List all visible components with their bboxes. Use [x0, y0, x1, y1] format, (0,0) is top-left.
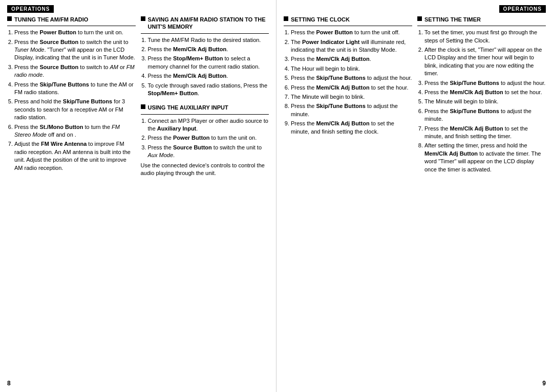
section-saving-divider: [141, 33, 269, 34]
list-item: Press the Power Button to turn the unit …: [148, 134, 269, 142]
left-page: OPERATIONS TUNING THE AM/FM RADIO Press …: [0, 0, 276, 392]
section-tuning-title: TUNING THE AM/FM RADIO: [7, 16, 136, 23]
section-auxiliary: USING THE AUXILIARY INPUT Connect an MP3…: [141, 104, 269, 177]
right-col-1: SETTING THE CLOCK Press the Power Button…: [284, 16, 412, 380]
section-auxiliary-square: [141, 104, 145, 109]
page-container: OPERATIONS TUNING THE AM/FM RADIO Press …: [0, 0, 553, 392]
list-item: The Minute will begin to blink.: [291, 93, 412, 101]
section-clock: SETTING THE CLOCK Press the Power Button…: [284, 16, 412, 137]
list-item: Press the Skip/Tune Buttons to adjust th…: [424, 107, 546, 123]
list-item: The Hour will begin to blink.: [291, 65, 412, 73]
list-item: Press the Mem/Clk Adj Button.: [148, 72, 269, 80]
list-item: Press the Source Button to switch the un…: [14, 38, 136, 62]
list-item: The Minute will begin to blink.: [424, 98, 546, 105]
list-item: Adjust the FM Wire Antenna to improve FM…: [14, 140, 136, 172]
list-item: Press the St./Mono Button to turn the FM…: [14, 123, 136, 139]
list-item: Press the Mem/Clk Adj Button to set the …: [424, 89, 546, 96]
right-header: OPERATIONS: [284, 5, 546, 13]
list-item: After setting the timer, press and hold …: [424, 142, 546, 173]
section-clock-title: SETTING THE CLOCK: [284, 16, 412, 23]
auxiliary-list: Connect an MP3 Player or other audio sou…: [141, 117, 269, 160]
section-clock-square: [284, 16, 288, 21]
list-item: To cycle through saved radio stations, P…: [148, 82, 269, 98]
list-item: Tune the AM/FM Radio to the desired stat…: [148, 36, 269, 44]
section-tuning-label: TUNING THE AM/FM RADIO: [14, 16, 88, 23]
list-item: Press the Mem/Clk Adj Button.: [148, 46, 269, 53]
section-auxiliary-label: USING THE AUXILIARY INPUT: [148, 104, 228, 111]
section-timer-square: [417, 16, 422, 21]
left-header: OPERATIONS: [7, 5, 269, 13]
right-operations-label: OPERATIONS: [499, 5, 546, 13]
list-item: Connect an MP3 Player or other audio sou…: [148, 117, 269, 133]
list-item: To set the timer, you must first go thro…: [424, 29, 546, 45]
section-clock-divider: [284, 26, 412, 26]
list-item: Press the Stop/Mem+ Button to select a m…: [148, 55, 269, 71]
list-item: Press the Mem/Clk Adj Button to set the …: [424, 125, 546, 141]
auxiliary-extra: Use the connected device's controls to c…: [141, 162, 269, 178]
clock-list: Press the Power Button to turn the unit …: [284, 29, 412, 136]
saving-list: Tune the AM/FM Radio to the desired stat…: [141, 36, 269, 98]
list-item: Press the Source Button to switch the un…: [148, 144, 269, 160]
section-saving-label: SAVING AN AM/FM RADIO STATION TO THE UNI…: [148, 16, 269, 31]
left-page-number: 8: [7, 380, 269, 387]
list-item: Press the Skip/Tune Buttons to tune the …: [14, 81, 136, 97]
list-item: Press the Power Button to turn the unit …: [291, 29, 412, 36]
tuning-list: Press the Power Button to turn the unit …: [7, 29, 136, 172]
section-auxiliary-title: USING THE AUXILIARY INPUT: [141, 104, 269, 111]
list-item: The Power Indicator Light will illuminat…: [291, 38, 412, 54]
section-saving-title: SAVING AN AM/FM RADIO STATION TO THE UNI…: [141, 16, 269, 31]
list-item: Press the Mem/Clk Adj Button.: [291, 55, 412, 63]
section-tuning: TUNING THE AM/FM RADIO Press the Power B…: [7, 16, 136, 173]
left-operations-label: OPERATIONS: [7, 5, 54, 13]
right-col-2: SETTING THE TIMER To set the timer, you …: [417, 16, 546, 380]
list-item: Press the Skip/Tune Buttons to adjust th…: [424, 79, 546, 87]
right-page: OPERATIONS SETTING THE CLOCK Press the P…: [276, 0, 553, 392]
list-item: Press the Power Button to turn the unit …: [14, 29, 136, 36]
section-saving-square: [141, 16, 145, 21]
section-clock-label: SETTING THE CLOCK: [291, 16, 350, 23]
list-item: After the clock is set, "Timer" will app…: [424, 46, 546, 78]
right-page-number: 9: [284, 380, 546, 387]
timer-list: To set the timer, you must first go thro…: [417, 29, 546, 173]
left-columns: TUNING THE AM/FM RADIO Press the Power B…: [7, 16, 269, 380]
section-tuning-square: [7, 16, 12, 21]
section-timer-divider: [417, 26, 546, 26]
section-timer: SETTING THE TIMER To set the timer, you …: [417, 16, 546, 175]
right-columns: SETTING THE CLOCK Press the Power Button…: [284, 16, 546, 380]
section-saving: SAVING AN AM/FM RADIO STATION TO THE UNI…: [141, 16, 269, 99]
list-item: Press the Source Button to switch to AM …: [14, 63, 136, 79]
section-tuning-divider: [7, 26, 136, 26]
list-item: Press and hold the Skip/Tune Buttons for…: [14, 98, 136, 121]
list-item: Press the Mem/Clk Adj Button to set the …: [291, 120, 412, 136]
list-item: Press the Skip/Tune Buttons to adjust th…: [291, 74, 412, 82]
list-item: Press the Mem/Clk Adj Button to set the …: [291, 84, 412, 92]
section-timer-title: SETTING THE TIMER: [417, 16, 546, 23]
section-timer-label: SETTING THE TIMER: [424, 16, 481, 23]
list-item: Press the Skip/Tune Buttons to adjust th…: [291, 102, 412, 118]
left-col-2: SAVING AN AM/FM RADIO STATION TO THE UNI…: [141, 16, 269, 380]
section-auxiliary-divider: [141, 114, 269, 115]
left-col-1: TUNING THE AM/FM RADIO Press the Power B…: [7, 16, 136, 380]
